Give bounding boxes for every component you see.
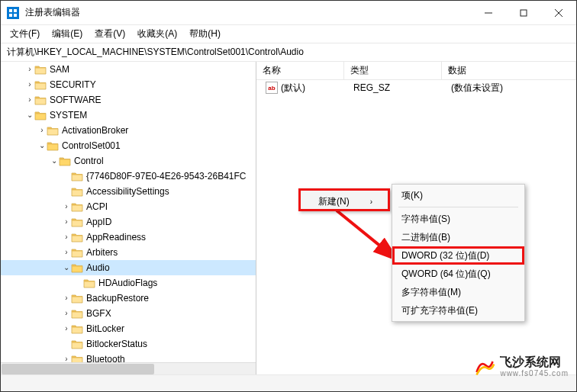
tree-label: SOFTWARE: [50, 92, 102, 108]
tree-node[interactable]: ›Arbiters: [1, 245, 256, 260]
tree-node[interactable]: {7746D80F-97E0-4E26-9543-26B41FC: [1, 169, 256, 184]
folder-icon: [71, 308, 83, 319]
tree-node[interactable]: ›SOFTWARE: [1, 92, 256, 108]
context-item-multi[interactable]: 多字符串值(M): [392, 283, 524, 301]
tree-label: BitlockerStatus: [86, 336, 147, 352]
chevron-icon[interactable]: ›: [25, 77, 34, 92]
tree-node[interactable]: BitlockerStatus: [1, 336, 256, 352]
svg-rect-5: [521, 10, 527, 16]
chevron-icon[interactable]: ›: [62, 291, 71, 306]
tree-node[interactable]: ⌄Control: [1, 153, 256, 169]
tree-scrollbar[interactable]: [1, 362, 256, 374]
window-controls: [471, 1, 576, 25]
chevron-icon[interactable]: ⌄: [25, 108, 34, 123]
tree-node[interactable]: AccessibilitySettings: [1, 184, 256, 199]
folder-icon: [34, 110, 47, 120]
folder-icon: [71, 171, 83, 182]
tree-node[interactable]: ›SAM: [1, 62, 256, 77]
folder-icon: [71, 201, 83, 212]
tree-node[interactable]: ›AppID: [1, 214, 256, 230]
folder-icon: [47, 125, 59, 136]
tree-node[interactable]: ⌄SYSTEM: [1, 108, 256, 123]
folder-icon: [71, 339, 83, 349]
tree-label: ACPI: [86, 199, 108, 214]
watermark-name: 飞沙系统网: [500, 355, 569, 369]
svg-rect-3: [14, 14, 17, 17]
menu-edit[interactable]: 编辑(E): [46, 26, 89, 42]
tree-node[interactable]: ⌄Audio: [1, 260, 256, 275]
chevron-icon[interactable]: ⌄: [50, 153, 59, 169]
col-type[interactable]: 类型: [344, 62, 442, 79]
submenu-new-label: 新建(N): [313, 195, 355, 208]
chevron-icon[interactable]: ›: [25, 62, 34, 77]
chevron-icon[interactable]: ›: [62, 230, 71, 245]
tree-node[interactable]: ›AppReadiness: [1, 230, 256, 245]
window-title: 注册表编辑器: [25, 6, 471, 19]
folder-icon: [34, 79, 47, 90]
chevron-icon[interactable]: ›: [62, 199, 71, 214]
folder-icon: [71, 247, 83, 258]
addressbar[interactable]: 计算机\HKEY_LOCAL_MACHINE\SYSTEM\ControlSet…: [1, 43, 576, 62]
svg-line-8: [337, 210, 398, 260]
chevron-icon[interactable]: ›: [25, 92, 34, 108]
tree-node[interactable]: ›ActivationBroker: [1, 123, 256, 138]
tree-node[interactable]: HDAudioFlags: [1, 275, 256, 291]
col-name[interactable]: 名称: [256, 62, 344, 79]
context-item-binary[interactable]: 二进制值(B): [392, 228, 524, 246]
watermark: 飞沙系统网 www.fs0745.com: [474, 355, 569, 378]
list-pane[interactable]: 名称 类型 数据 ab (默认) REG_SZ (数值未设置) 新建(N) › …: [256, 62, 576, 374]
tree-label: ControlSet001: [62, 138, 121, 153]
app-icon: [7, 7, 19, 19]
folder-icon: [71, 293, 83, 304]
value-name: (默认): [281, 82, 305, 95]
chevron-icon[interactable]: ›: [37, 123, 47, 138]
close-button[interactable]: [541, 1, 576, 25]
tree-label: ActivationBroker: [62, 123, 128, 138]
submenu-new[interactable]: 新建(N) ›: [298, 188, 390, 211]
tree-node[interactable]: ⌄ControlSet001: [1, 138, 256, 153]
col-data[interactable]: 数据: [442, 62, 576, 79]
chevron-icon[interactable]: ›: [62, 321, 71, 336]
chevron-icon[interactable]: ›: [62, 306, 71, 321]
menu-favorites[interactable]: 收藏夹(A): [131, 26, 183, 42]
tree-node[interactable]: ›BitLocker: [1, 321, 256, 336]
maximize-button[interactable]: [506, 1, 541, 25]
submenu-new-item[interactable]: 新建(N) ›: [301, 191, 388, 212]
menubar: 文件(F) 编辑(E) 查看(V) 收藏夹(A) 帮助(H): [1, 25, 576, 43]
tree-label: SYSTEM: [50, 108, 87, 123]
menu-file[interactable]: 文件(F): [4, 26, 46, 42]
chevron-icon[interactable]: ›: [62, 214, 71, 230]
svg-rect-1: [14, 9, 17, 12]
tree-label: AppReadiness: [86, 230, 146, 245]
tree-node[interactable]: ›ACPI: [1, 199, 256, 214]
svg-rect-2: [9, 14, 12, 17]
watermark-icon: [474, 356, 495, 378]
tree-pane[interactable]: ›SAM›SECURITY›SOFTWARE⌄SYSTEM›Activation…: [1, 62, 256, 374]
folder-icon: [59, 156, 71, 166]
context-item-expand[interactable]: 可扩充字符串值(E): [392, 301, 524, 320]
tree-label: SECURITY: [50, 77, 96, 92]
context-item-key[interactable]: 项(K): [392, 186, 524, 204]
chevron-icon[interactable]: ⌄: [37, 138, 47, 153]
tree-label: Control: [74, 153, 104, 169]
chevron-icon[interactable]: ⌄: [62, 260, 71, 275]
context-item-dword[interactable]: DWORD (32 位)值(D): [392, 246, 524, 265]
list-row[interactable]: ab (默认) REG_SZ (数值未设置): [256, 80, 576, 95]
menu-view[interactable]: 查看(V): [89, 26, 131, 42]
scrollbar-thumb[interactable]: [2, 364, 154, 374]
tree-node[interactable]: ›SECURITY: [1, 77, 256, 92]
context-item-qword[interactable]: QWORD (64 位)值(Q): [392, 265, 524, 283]
tree-node[interactable]: ›BackupRestore: [1, 291, 256, 306]
menu-help[interactable]: 帮助(H): [183, 26, 227, 42]
folder-icon: [34, 95, 47, 105]
tree-label: BackupRestore: [86, 291, 149, 306]
tree-node[interactable]: ›BGFX: [1, 306, 256, 321]
context-item-string[interactable]: 字符串值(S): [392, 210, 524, 228]
list-header: 名称 类型 数据: [256, 62, 576, 80]
folder-icon: [47, 140, 59, 151]
folder-icon: [71, 217, 83, 227]
minimize-button[interactable]: [471, 1, 506, 25]
chevron-icon[interactable]: ›: [62, 245, 71, 260]
tree-label: AccessibilitySettings: [86, 184, 169, 199]
tree-label: HDAudioFlags: [98, 275, 157, 291]
